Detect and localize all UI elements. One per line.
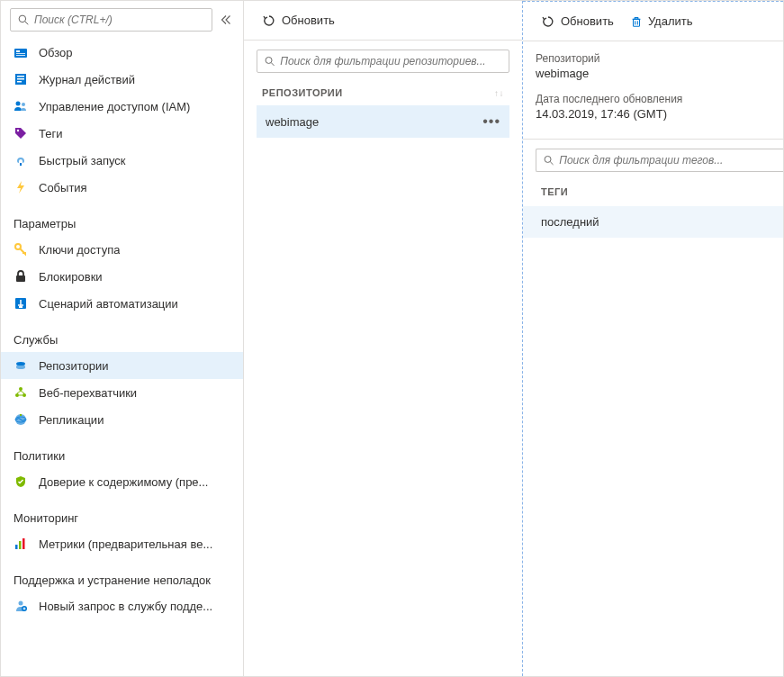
refresh-button[interactable]: Обновить: [257, 10, 340, 32]
section-header-monitoring: Мониторинг: [1, 495, 243, 530]
nav-label: Журнал действий: [39, 73, 135, 86]
tag-row[interactable]: последний: [523, 206, 783, 238]
more-button[interactable]: •••: [482, 114, 500, 129]
nav-label: Сценарий автоматизации: [39, 297, 178, 311]
repo-column-header[interactable]: РЕПОЗИТОРИИ ↑↓: [257, 80, 509, 105]
replications-icon: [14, 412, 28, 427]
svg-line-29: [271, 63, 274, 66]
nav-label: Обзор: [39, 46, 73, 59]
refresh-button[interactable]: Обновить: [536, 11, 619, 32]
svg-rect-9: [17, 81, 22, 83]
nav-overview[interactable]: Обзор: [1, 39, 243, 66]
svg-point-17: [19, 387, 23, 391]
search-icon: [18, 14, 29, 25]
sidebar-search-input[interactable]: [34, 14, 204, 26]
nav-metrics[interactable]: Метрики (предварительная ве...: [1, 530, 243, 557]
webhooks-icon: [14, 385, 28, 400]
section-header-settings: Параметры: [1, 201, 243, 236]
overview-icon: [14, 45, 28, 59]
svg-point-11: [22, 103, 25, 106]
delete-label: Удалить: [648, 14, 693, 28]
svg-point-26: [19, 601, 23, 606]
repo-row[interactable]: webimage •••: [257, 105, 509, 138]
nav-support-request[interactable]: Новый запрос в службу подде...: [1, 592, 243, 619]
nav-repositories[interactable]: Репозитории: [1, 352, 243, 379]
svg-rect-22: [20, 414, 22, 416]
repo-filter[interactable]: [257, 50, 509, 73]
tag-filter[interactable]: [536, 149, 783, 172]
keys-icon: [14, 242, 28, 257]
updated-value: 14.03.2019, 17:46 (GMT): [536, 107, 770, 121]
nav-content-trust[interactable]: Доверие к содержимому (пре...: [1, 468, 243, 495]
nav-replications[interactable]: Репликации: [1, 406, 243, 433]
tag-filter-input[interactable]: [559, 154, 776, 167]
svg-point-18: [15, 393, 19, 397]
iam-icon: [14, 99, 28, 113]
shield-icon: [14, 474, 28, 489]
nav-activity-log[interactable]: Журнал действий: [1, 66, 243, 93]
middle-toolbar: Обновить: [244, 1, 522, 41]
quickstart-icon: [14, 153, 28, 167]
nav-quickstart[interactable]: Быстрый запуск: [1, 147, 243, 174]
svg-line-32: [550, 162, 553, 165]
svg-rect-30: [633, 19, 639, 26]
section-header-services: Службы: [1, 317, 243, 352]
refresh-icon: [262, 14, 276, 28]
svg-point-19: [23, 393, 26, 397]
svg-rect-24: [19, 541, 22, 549]
svg-rect-7: [17, 76, 24, 77]
nav-label: Теги: [39, 127, 62, 140]
nav-label: Быстрый запуск: [39, 154, 126, 167]
nav-webhooks[interactable]: Веб-перехватчики: [1, 379, 243, 406]
refresh-label: Обновить: [282, 14, 335, 27]
sidebar: Обзор Журнал действий Управление доступо…: [1, 1, 244, 676]
nav-events[interactable]: События: [1, 174, 243, 201]
refresh-icon: [541, 14, 555, 29]
chevron-double-left-icon: [221, 14, 231, 25]
nav-tags[interactable]: Теги: [1, 120, 243, 147]
nav-label: Доверие к содержимому (пре...: [39, 475, 208, 489]
nav-locks[interactable]: Блокировки: [1, 263, 243, 290]
locks-icon: [14, 269, 28, 284]
nav-access-keys[interactable]: Ключи доступа: [1, 236, 243, 263]
events-icon: [14, 180, 28, 194]
nav-label: Управление доступом (IAM): [39, 100, 190, 113]
nav-automation[interactable]: Сценарий автоматизации: [1, 290, 243, 317]
svg-point-28: [266, 57, 272, 63]
svg-rect-23: [15, 545, 18, 549]
svg-point-31: [545, 156, 551, 162]
svg-rect-3: [16, 50, 20, 52]
nav-label: Репликации: [39, 413, 104, 427]
search-icon: [265, 56, 275, 67]
activity-log-icon: [14, 72, 28, 86]
tags-icon: [14, 126, 28, 140]
svg-point-10: [16, 102, 21, 106]
nav-label: Ключи доступа: [39, 243, 120, 257]
section-header-policies: Политики: [1, 433, 243, 468]
nav-label: Репозитории: [39, 359, 108, 373]
svg-point-16: [16, 362, 25, 366]
nav-label: Веб-перехватчики: [39, 386, 137, 400]
nav-label: Метрики (предварительная ве...: [39, 537, 212, 551]
delete-icon: [630, 15, 643, 28]
support-icon: [14, 599, 28, 613]
column-title: РЕПОЗИТОРИИ: [262, 87, 343, 98]
nav-iam[interactable]: Управление доступом (IAM): [1, 93, 243, 120]
collapse-sidebar-button[interactable]: [218, 12, 234, 28]
nav-label: Новый запрос в службу подде...: [39, 600, 212, 613]
delete-button[interactable]: Удалить: [625, 11, 698, 32]
tag-name: последний: [541, 215, 599, 229]
sidebar-search[interactable]: [10, 8, 212, 32]
section-header-support: Поддержка и устранение неполадок: [1, 557, 243, 592]
search-icon: [544, 155, 554, 166]
tags-column-header[interactable]: ТЕГИ: [536, 181, 783, 206]
repo-filter-input[interactable]: [280, 55, 501, 68]
nav-label: События: [39, 181, 87, 194]
svg-rect-25: [23, 538, 25, 549]
nav-label: Блокировки: [39, 270, 103, 284]
svg-rect-8: [17, 78, 24, 80]
repositories-panel: Обновить РЕПОЗИТОРИИ ↑↓ webimage •••: [244, 1, 523, 676]
svg-point-0: [19, 15, 26, 23]
svg-line-1: [25, 22, 28, 24]
svg-point-12: [17, 130, 19, 131]
